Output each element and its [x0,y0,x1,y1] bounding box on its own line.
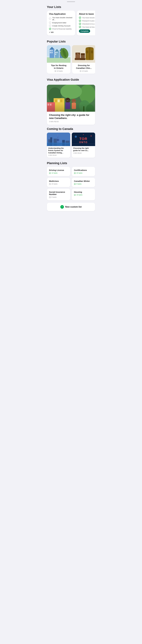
check-circle-icon [74,194,76,196]
your-list-card-leave[interactable]: About to leave You have doubl... Passpor… [77,11,95,36]
certifications-title: Certifications [74,169,93,171]
your-lists-scroll[interactable]: Visa Application You have double checked… [47,11,95,36]
complete-badge: Complete [79,30,90,33]
planning-title: Planning Lists [47,162,95,165]
task-item: Create GCKey Account [49,25,73,27]
task-item: You have double checked all... [49,16,73,21]
svg-rect-32 [81,53,85,55]
task-item-completed: You have doubl... [79,16,95,19]
clock-icon [55,70,56,72]
dressing-card-body: Dressing forCanadian Clim... 14 tasks [72,63,95,74]
points-card-body: Understanding the Points System for Cana… [47,146,70,158]
points-card-image [47,132,70,146]
sin-title: Social Insurance Number [49,191,68,196]
svg-point-80 [49,172,51,174]
planning-card-medicines[interactable]: Medicines 24 tasks [47,178,70,187]
task-item-completed: Proof of financial stability [49,28,73,30]
city-card-title: Choosing the right guide for new Ca... [73,147,94,152]
points-card-meta: 3 MIN READ [48,154,69,156]
driving-title: Driving License [49,169,68,171]
svg-rect-17 [55,54,56,55]
your-lists-section: Your Lists Visa Application You have dou… [45,3,97,37]
svg-rect-12 [51,52,53,53]
task-item-completed: Checked in to y... [79,23,95,25]
check-circle-icon [74,183,76,185]
svg-text:✦: ✦ [83,134,84,136]
svg-rect-30 [75,58,81,60]
popular-card-renting[interactable]: Tips for Rentingin Ontario 14 tasks [47,45,70,74]
new-custom-list-button[interactable]: + New custom list [47,203,95,211]
svg-point-54 [72,99,76,103]
task-unchecked-icon [49,25,51,27]
visa-guide-title: Visa Application Guide [47,78,95,82]
guide-article-image [47,85,95,112]
svg-rect-38 [86,50,88,53]
svg-rect-47 [58,100,60,102]
svg-point-1 [79,17,81,18]
task-unchecked-icon [49,22,51,24]
task-unchecked-icon [49,18,51,20]
driving-tasks: 12 tasks [49,172,68,174]
coming-section: Coming to Canada [45,125,97,159]
popular-card-dressing[interactable]: Dressing forCanadian Clim... 14 tasks [72,45,95,74]
visa-card-footer: ✓ 6/9 [49,31,73,33]
your-list-card-visa[interactable]: Visa Application You have double checked… [47,11,75,36]
svg-rect-16 [57,52,58,53]
planning-card-winter[interactable]: Canadian Winter 9 tasks [72,178,95,187]
svg-point-85 [74,194,76,196]
planning-card-driving[interactable]: Driving License 12 tasks [47,167,70,176]
article-image-overlay [47,104,95,112]
svg-text:TOR: TOR [79,137,87,141]
task-checked-icon [79,26,81,28]
renting-card-tasks: 14 tasks [48,70,69,72]
page-container: Your Lists Visa Application You have dou… [45,0,97,218]
svg-point-81 [74,172,76,174]
svg-text:ONTO: ONTO [79,141,88,144]
svg-rect-72 [47,142,70,146]
svg-point-44 [60,85,82,99]
renting-card-body: Tips for Rentingin Ontario 14 tasks [47,63,70,74]
task-item-completed: You have at lea... [79,26,95,28]
city-card-body: Choosing the right guide for new Ca... 3… [72,146,95,156]
task-checked-icon [49,28,51,30]
new-list-label: New custom list [65,206,82,208]
coming-card-city[interactable]: TOR ONTO ✦ Choosing the right guide for … [72,132,95,158]
certifications-tasks: 22 tasks [74,172,93,174]
dressing-card-tasks: 14 tasks [74,70,94,72]
visa-card-title: Visa Application [49,13,73,15]
coming-card-points[interactable]: Understanding the Points System for Cana… [47,132,70,158]
svg-rect-37 [89,48,90,60]
svg-point-2 [79,20,81,22]
svg-point-43 [79,85,95,104]
task-checked-icon [79,16,81,19]
renting-image [47,45,70,63]
task-checked-icon [79,23,81,25]
medicines-title: Medicines [49,180,68,182]
planning-card-certifications[interactable]: Certifications 22 tasks [72,167,95,176]
svg-point-4 [79,26,81,28]
dressing-card-title: Dressing forCanadian Clim... [74,64,94,69]
svg-rect-46 [55,100,57,102]
housing-title: Housing [74,191,93,193]
guide-article-title: Choosing the right city: a guide for new… [49,114,93,120]
your-lists-title: Your Lists [47,5,95,9]
planning-section: Planning Lists Driving License 12 tasks … [45,159,97,202]
medicines-tasks: 24 tasks [49,183,68,185]
task-checked-icon [79,20,81,22]
guide-article-body: Choosing the right city: a guide for new… [47,112,95,125]
winter-tasks: 9 tasks [74,183,93,185]
popular-lists-scroll[interactable]: Tips for Rentingin Ontario 14 tasks [47,45,95,74]
svg-rect-15 [55,52,56,53]
svg-point-3 [79,23,81,25]
planning-card-housing[interactable]: Housing 19 tasks [72,189,95,200]
visa-guide-article-card[interactable]: Choosing the right city: a guide for new… [47,85,95,125]
svg-rect-7 [47,57,70,63]
coming-title: Coming to Canada [47,127,95,131]
sin-tasks: 8 tasks [49,196,68,198]
leave-card-title: About to leave [79,13,95,15]
city-card-meta: 3 MIN READ [73,152,94,154]
check-circle-icon [74,172,76,174]
planning-card-sin[interactable]: Social Insurance Number 8 tasks [47,189,70,200]
clock-circle-icon [49,183,51,185]
handle-bar [67,1,75,2]
